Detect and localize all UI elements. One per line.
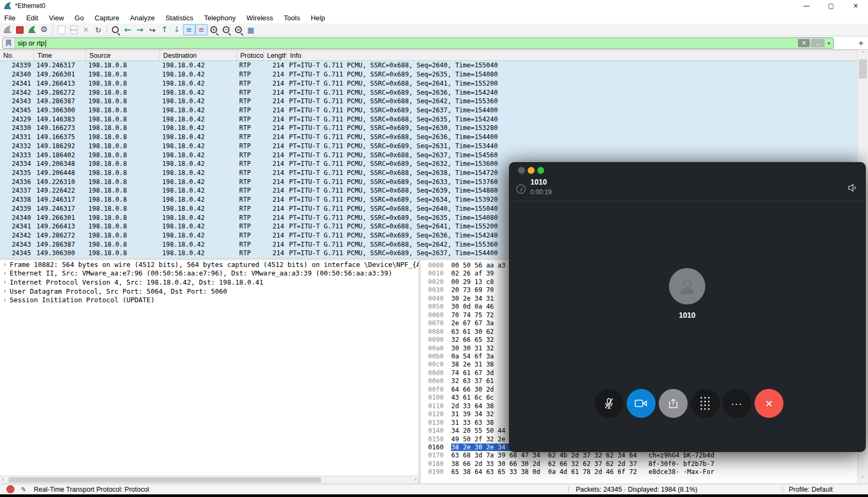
packet-row[interactable]: 24343149.286387198.18.0.8198.18.0.42RTP2…	[0, 97, 857, 106]
auto-scroll-icon[interactable]: ≡	[183, 24, 195, 35]
packet-row[interactable]: 24339149.246317198.18.0.8198.18.0.42RTP2…	[0, 61, 857, 70]
wireshark-icon	[3, 2, 12, 10]
filter-bookmark-icon[interactable]	[3, 38, 15, 48]
detail-tree-row[interactable]: ›Ethernet II, Src: VMware_aa:e7:96 (00:5…	[0, 269, 418, 278]
microphone-off-icon	[603, 397, 615, 410]
menu-capture[interactable]: Capture	[89, 12, 125, 24]
go-forward-icon[interactable]: →	[134, 24, 146, 35]
open-file-icon[interactable]	[55, 24, 67, 35]
keypad-button[interactable]	[691, 389, 720, 418]
go-to-packet-icon[interactable]: ↪	[146, 24, 158, 35]
call-info-icon[interactable]: i	[516, 185, 526, 194]
traffic-light-close[interactable]	[518, 167, 525, 174]
speaker-icon[interactable]	[848, 183, 857, 192]
packet-details-pane: ›Frame 10882: 564 bytes on wire (4512 bi…	[0, 260, 418, 476]
detail-tree-row[interactable]: ›Frame 10882: 564 bytes on wire (4512 bi…	[0, 260, 418, 269]
packet-row[interactable]: 24329149.146383198.18.0.8198.18.0.42RTP2…	[0, 114, 857, 124]
packet-row[interactable]: 24331149.166375198.18.0.8198.18.0.42RTP2…	[0, 133, 857, 142]
menu-tools[interactable]: Tools	[278, 12, 305, 24]
details-horizontal-scrollbar[interactable]: ‹ ›	[0, 476, 418, 484]
hex-row[interactable]: 0190 65 38 64 63 65 33 38 0d 0a 4d 61 78…	[421, 468, 857, 476]
colorize-icon[interactable]: ≡	[195, 24, 208, 35]
expander-icon[interactable]: ›	[0, 261, 10, 268]
expander-icon[interactable]: ›	[0, 270, 10, 277]
reload-file-icon[interactable]: ↻	[92, 24, 104, 35]
menu-wireless[interactable]: Wireless	[241, 12, 278, 24]
column-header-time[interactable]: Time	[34, 50, 86, 60]
mute-button[interactable]	[595, 389, 623, 418]
menu-analyze[interactable]: Analyze	[125, 12, 160, 24]
close-button[interactable]: ✕	[843, 0, 868, 12]
scroll-left-icon[interactable]: ‹	[2, 477, 4, 482]
menu-file[interactable]: File	[0, 12, 21, 24]
scrollbar-thumb[interactable]	[9, 477, 321, 483]
display-filter-input[interactable]: sip or rtp	[15, 38, 797, 48]
profile-selector[interactable]: Profile: Default	[789, 486, 833, 493]
menu-edit[interactable]: Edit	[21, 12, 43, 24]
packet-row[interactable]: 24345149.306300198.18.0.8198.18.0.42RTP2…	[0, 106, 857, 115]
more-button[interactable]: ...	[722, 389, 751, 418]
packet-row[interactable]: 24341149.266413198.18.0.8198.18.0.42RTP2…	[0, 79, 857, 88]
maximize-button[interactable]: ▢	[819, 0, 843, 12]
filter-clear-button[interactable]: ✕	[798, 39, 810, 47]
go-back-icon[interactable]: ←	[121, 24, 134, 35]
save-file-icon[interactable]: 010	[67, 24, 80, 35]
zoom-reset-icon[interactable]: =	[232, 24, 245, 35]
menu-telephony[interactable]: Telephony	[199, 12, 241, 24]
traffic-light-zoom[interactable]	[537, 167, 544, 174]
go-last-packet-icon[interactable]: ↓	[171, 24, 183, 35]
scroll-down-icon[interactable]: ˅	[858, 476, 868, 481]
start-capture-icon[interactable]	[1, 24, 13, 35]
column-header-source[interactable]: Source	[86, 50, 160, 60]
stop-capture-icon[interactable]	[13, 24, 26, 35]
menu-go[interactable]: Go	[69, 12, 89, 24]
expander-icon[interactable]: ›	[0, 287, 10, 295]
menu-help[interactable]: Help	[306, 12, 331, 24]
filter-apply-button[interactable]: →	[811, 39, 825, 47]
detail-text: Frame 10882: 564 bytes on wire (4512 bit…	[10, 261, 418, 269]
capture-options-icon[interactable]: ⚙	[38, 24, 50, 35]
column-header-destination[interactable]: Destination	[160, 50, 237, 60]
keypad-icon	[701, 397, 710, 410]
filter-add-button[interactable]: +	[858, 38, 864, 49]
column-header-length[interactable]: Length	[264, 50, 287, 60]
packet-row[interactable]: 24340149.266301198.18.0.8198.18.0.42RTP2…	[0, 70, 857, 79]
share-button[interactable]	[659, 389, 688, 418]
scroll-right-icon[interactable]: ›	[414, 477, 416, 482]
expander-icon[interactable]: ›	[0, 278, 10, 286]
menu-view[interactable]: View	[43, 12, 69, 24]
column-header-no[interactable]: No.	[0, 50, 34, 60]
detail-tree-row[interactable]: ›Internet Protocol Version 4, Src: 198.1…	[0, 278, 418, 287]
find-packet-icon[interactable]	[109, 24, 121, 35]
call-controls: ...✕	[509, 389, 866, 418]
scroll-up-icon[interactable]: ˄	[858, 51, 868, 56]
share-icon	[667, 397, 680, 410]
packet-row[interactable]: 24330149.166273198.18.0.8198.18.0.42RTP2…	[0, 124, 857, 133]
close-file-icon[interactable]: ✕	[80, 24, 92, 35]
video-button[interactable]	[627, 389, 656, 418]
expert-info-icon[interactable]	[6, 485, 14, 493]
zoom-out-icon[interactable]: −	[220, 24, 232, 35]
menu-statistics[interactable]: Statistics	[160, 12, 199, 24]
packet-row[interactable]: 24342149.286272198.18.0.8198.18.0.42RTP2…	[0, 88, 857, 97]
packet-row[interactable]: 24332149.186292198.18.0.8198.18.0.42RTP2…	[0, 141, 857, 150]
restart-capture-icon[interactable]	[26, 24, 38, 35]
packet-row[interactable]: 24333149.186402198.18.0.8198.18.0.42RTP2…	[0, 150, 857, 159]
go-first-packet-icon[interactable]: ↑	[158, 24, 171, 35]
detail-tree-row[interactable]: ›User Datagram Protocol, Src Port: 5064,…	[0, 287, 418, 296]
capture-comment-icon[interactable]: ✎	[21, 486, 26, 493]
filter-dropdown-icon[interactable]: ▾	[826, 39, 832, 47]
column-header-protocol[interactable]: Protocol	[237, 50, 264, 60]
participant-avatar	[669, 268, 705, 304]
detail-tree-row[interactable]: ›Session Initiation Protocol (UPDATE)	[0, 295, 418, 304]
minimize-button[interactable]: —	[794, 0, 819, 12]
scrollbar-thumb[interactable]	[859, 59, 867, 79]
resize-columns-icon[interactable]: ▦	[245, 24, 257, 35]
hex-row[interactable]: 0170 63 68 3d 7a 39 68 47 34 62 4b 2d 37…	[421, 452, 857, 460]
traffic-light-minimize[interactable]	[528, 167, 535, 174]
end-call-button[interactable]: ✕	[755, 389, 783, 418]
hex-row[interactable]: 0180 38 66 2d 33 30 66 30 2d 62 66 32 62…	[421, 460, 857, 468]
expander-icon[interactable]: ›	[0, 296, 10, 304]
column-header-info[interactable]: Info	[287, 50, 857, 60]
zoom-in-icon[interactable]: +	[208, 24, 220, 35]
